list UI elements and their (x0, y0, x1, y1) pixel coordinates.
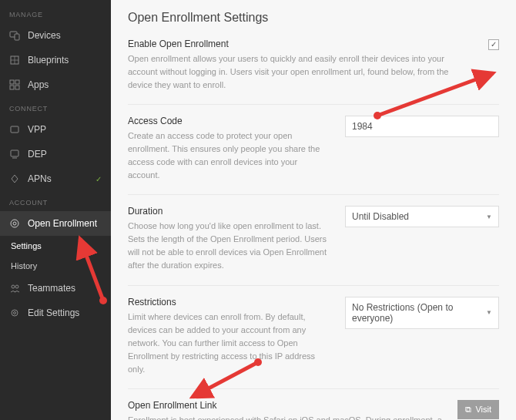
sidebar-item-label: Apps (28, 79, 49, 90)
duration-select[interactable]: Until Disabled ▼ (345, 206, 499, 227)
setting-title: Open Enrollment Link (128, 400, 442, 411)
sidebar-item-teammates[interactable]: Teammates (0, 276, 111, 301)
svg-rect-6 (15, 80, 19, 84)
setting-desc: Open enrollment allows your users to qui… (128, 52, 473, 92)
setting-title: Enable Open Enrollment (128, 39, 473, 49)
sidebar-item-label: Edit Settings (28, 307, 79, 318)
svg-point-12 (11, 220, 18, 227)
sidebar-item-label: Teammates (28, 283, 75, 294)
setting-restrictions: Restrictions Limit where devices can enr… (128, 285, 499, 388)
chevron-down-icon: ▼ (486, 309, 492, 316)
external-link-icon: ⧉ (465, 405, 471, 415)
setting-access-code: Access Code Create an access code to pro… (128, 104, 499, 194)
setting-enable-enrollment: Enable Open Enrollment Open enrollment a… (128, 39, 499, 104)
dep-icon (9, 149, 20, 160)
apps-icon (9, 79, 20, 90)
sidebar-item-label: Blueprints (28, 55, 69, 66)
sidebar-item-label: DEP (28, 149, 47, 160)
sidebar: MANAGE Devices Blueprints Apps CONNECT V… (0, 0, 111, 420)
svg-rect-5 (10, 80, 14, 84)
apns-icon (9, 173, 20, 184)
svg-rect-7 (10, 86, 14, 89)
setting-desc: Choose how long you'd like open enrollme… (128, 220, 330, 272)
enable-enrollment-checkbox[interactable]: ✓ (488, 39, 499, 50)
chevron-down-icon: ▼ (486, 213, 492, 220)
sidebar-item-label: Open Enrollment (28, 218, 97, 229)
main-content: Open Enrollment Settings Enable Open Enr… (111, 0, 516, 420)
sidebar-item-edit-settings[interactable]: Edit Settings (0, 301, 111, 325)
select-value: Until Disabled (352, 211, 409, 222)
blueprint-icon (9, 55, 20, 66)
svg-point-17 (14, 312, 16, 314)
check-icon: ✓ (95, 175, 102, 183)
svg-rect-8 (15, 86, 19, 89)
setting-desc: Limit where devices can enroll from. By … (128, 311, 330, 376)
sidebar-subitem-history[interactable]: History (0, 256, 111, 276)
svg-rect-1 (15, 34, 19, 40)
section-manage-label: MANAGE (0, 3, 111, 23)
section-account-label: ACCOUNT (0, 191, 111, 211)
visit-label: Visit (475, 405, 491, 414)
sidebar-item-vpp[interactable]: VPP (0, 117, 111, 142)
sidebar-item-apns[interactable]: APNs ✓ (0, 166, 111, 191)
device-icon (9, 30, 20, 41)
svg-rect-9 (11, 126, 18, 133)
access-code-input[interactable] (345, 116, 499, 137)
svg-point-15 (15, 285, 18, 288)
enroll-icon (9, 218, 20, 229)
sidebar-item-label: Devices (28, 30, 61, 41)
svg-point-14 (12, 285, 15, 288)
sidebar-item-label: APNs (28, 173, 52, 184)
teammates-icon (9, 283, 20, 294)
setting-title: Restrictions (128, 297, 330, 307)
sidebar-item-devices[interactable]: Devices (0, 23, 111, 48)
vpp-icon (9, 124, 20, 135)
section-connect-label: CONNECT (0, 97, 111, 117)
svg-rect-10 (11, 150, 18, 156)
sidebar-item-dep[interactable]: DEP (0, 142, 111, 166)
sidebar-item-blueprints[interactable]: Blueprints (0, 48, 111, 72)
setting-title: Access Code (128, 116, 330, 126)
visit-button[interactable]: ⧉ Visit (457, 400, 499, 419)
select-value: No Restrictions (Open to everyone) (352, 302, 486, 324)
gear-icon (9, 307, 20, 318)
sidebar-item-apps[interactable]: Apps (0, 72, 111, 97)
setting-desc: Enrollment is best experienced with Safa… (128, 414, 442, 420)
svg-point-13 (13, 222, 16, 225)
setting-duration: Duration Choose how long you'd like open… (128, 194, 499, 284)
svg-point-16 (12, 310, 18, 316)
restrictions-select[interactable]: No Restrictions (Open to everyone) ▼ (345, 297, 499, 329)
sidebar-item-open-enrollment[interactable]: Open Enrollment (0, 211, 111, 236)
setting-enrollment-link: Open Enrollment Link Enrollment is best … (128, 388, 499, 420)
page-title: Open Enrollment Settings (128, 11, 499, 25)
sidebar-subitem-settings[interactable]: Settings (0, 236, 111, 256)
setting-desc: Create an access code to protect your op… (128, 129, 330, 182)
sidebar-item-label: VPP (28, 124, 46, 135)
setting-title: Duration (128, 206, 330, 217)
